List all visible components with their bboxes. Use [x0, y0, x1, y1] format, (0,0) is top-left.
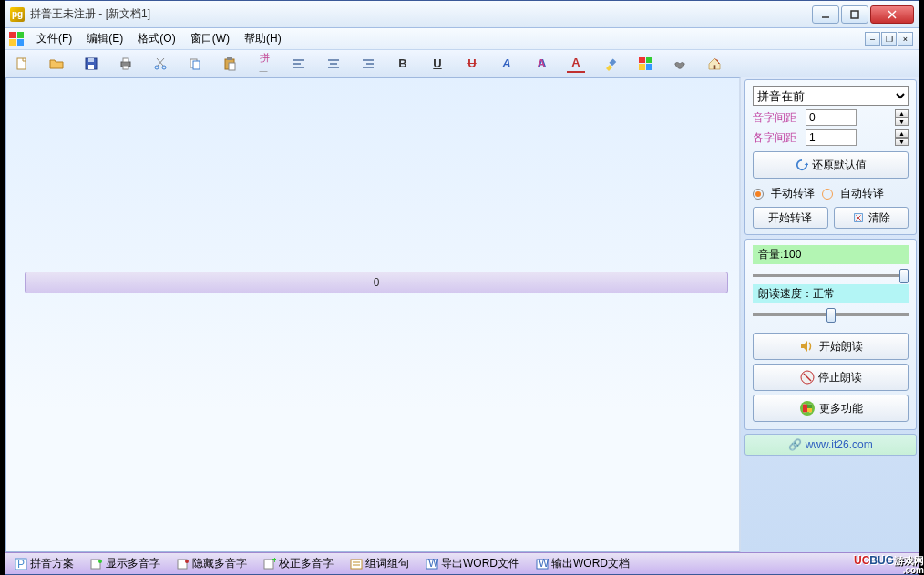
hide-polyphone-button[interactable]: 隐藏多音字 — [173, 554, 251, 573]
side-panel: 拼音在前 音字间距 ▲▼ 各字间距 ▲▼ 还原默认值 — [741, 77, 919, 552]
minimize-button[interactable] — [812, 5, 839, 24]
menu-help[interactable]: 帮助(H) — [237, 28, 289, 49]
underline-icon[interactable]: U — [428, 55, 447, 73]
cut-icon[interactable] — [151, 55, 169, 73]
svg-rect-18 — [227, 57, 232, 60]
ge-spacing-input[interactable] — [806, 129, 857, 146]
menubar: 文件(F) 编辑(E) 格式(O) 窗口(W) 帮助(H) – ❐ × — [5, 28, 919, 50]
volume-slider[interactable] — [753, 266, 909, 284]
highlight-icon[interactable] — [601, 55, 620, 73]
website-link[interactable]: www.it26.com — [806, 438, 873, 451]
paste-icon[interactable] — [221, 55, 239, 73]
color-grid-icon[interactable] — [636, 55, 654, 73]
yin-spacing-label: 音字间距 — [753, 110, 802, 126]
menu-edit[interactable]: 编辑(E) — [79, 28, 130, 49]
align-left-icon[interactable] — [290, 55, 308, 73]
svg-line-13 — [158, 58, 164, 66]
new-file-icon[interactable] — [13, 55, 31, 73]
font-color-icon[interactable]: A — [567, 55, 585, 73]
mdi-child-controls: – ❐ × — [865, 32, 913, 46]
stop-read-button[interactable]: 停止朗读 — [753, 364, 909, 391]
toolbar: 拼— B U U A A A — [5, 50, 919, 77]
align-center-icon[interactable] — [324, 55, 343, 73]
close-button[interactable] — [870, 5, 914, 24]
svg-point-40 — [98, 560, 102, 563]
start-translate-button[interactable]: 开始转译 — [753, 207, 828, 229]
yin-spacing-spinner[interactable]: ▲▼ — [895, 109, 909, 126]
svg-rect-10 — [123, 66, 128, 69]
save-icon[interactable] — [82, 55, 100, 73]
ge-spacing-label: 各字间距 — [753, 130, 802, 146]
app-grid-icon — [9, 32, 24, 46]
print-icon[interactable] — [117, 55, 135, 73]
ge-spacing-spinner[interactable]: ▲▼ — [895, 129, 909, 146]
child-close-button[interactable]: × — [898, 32, 913, 46]
audio-panel: 音量:100 朗读速度：正常 开始朗读 停止朗读 — [744, 239, 917, 430]
bold-icon[interactable]: B — [394, 55, 412, 73]
refresh-icon — [796, 159, 808, 171]
font-outline-icon[interactable]: A — [532, 55, 550, 73]
svg-rect-9 — [123, 58, 128, 62]
svg-rect-45 — [351, 560, 362, 569]
menu-format[interactable]: 格式(O) — [130, 28, 182, 49]
auto-translate-radio[interactable] — [822, 189, 833, 200]
svg-rect-30 — [714, 65, 716, 69]
svg-rect-16 — [193, 61, 200, 69]
svg-text:+: + — [272, 558, 276, 566]
titlebar: pg 拼普王未注册 - [新文档1] — [5, 1, 919, 28]
svg-point-12 — [162, 66, 166, 69]
svg-line-14 — [157, 58, 163, 66]
globe-icon: 🔗 — [788, 438, 802, 451]
app-icon: pg — [10, 7, 25, 22]
clear-icon — [852, 211, 865, 224]
pinyin-mode-select[interactable]: 拼音在前 — [753, 86, 909, 106]
editor-row-value: 0 — [374, 276, 380, 289]
italic-icon[interactable]: A — [498, 55, 516, 73]
maximize-button[interactable] — [841, 5, 868, 24]
yin-spacing-input[interactable] — [806, 109, 857, 126]
correct-polyphone-button[interactable]: +校正多音字 — [260, 554, 337, 573]
svg-point-42 — [185, 560, 189, 563]
svg-text:W: W — [539, 558, 549, 570]
pinyin-settings-panel: 拼音在前 音字间距 ▲▼ 各字间距 ▲▼ 还原默认值 — [744, 79, 917, 235]
open-folder-icon[interactable] — [47, 55, 66, 73]
svg-rect-6 — [88, 65, 94, 69]
svg-text:P: P — [17, 558, 25, 570]
handshake-icon[interactable] — [671, 55, 689, 73]
export-word-doc-button[interactable]: W输出WORD文档 — [532, 554, 633, 573]
editor-pinyin-row: 0 — [25, 272, 728, 293]
svg-rect-4 — [17, 58, 26, 69]
export-word-file-button[interactable]: W导出WORD文件 — [422, 554, 523, 573]
svg-rect-7 — [88, 58, 94, 62]
restore-default-button[interactable]: 还原默认值 — [753, 151, 909, 179]
more-functions-button[interactable]: 更多功能 — [753, 395, 909, 422]
clear-button[interactable]: 清除 — [834, 207, 909, 229]
copy-icon[interactable] — [186, 55, 204, 73]
workspace: 0 拼音在前 音字间距 ▲▼ 各字间距 ▲▼ — [5, 77, 919, 552]
manual-translate-radio[interactable] — [753, 189, 764, 200]
volume-label: 音量:100 — [753, 245, 909, 264]
start-read-button[interactable]: 开始朗读 — [753, 333, 909, 360]
child-minimize-button[interactable]: – — [865, 32, 880, 46]
main-window: pg 拼普王未注册 - [新文档1] 文件(F) 编辑(E) 格式(O) 窗口(… — [5, 0, 919, 575]
align-right-icon[interactable] — [359, 55, 377, 73]
svg-rect-1 — [851, 11, 858, 18]
home-icon[interactable] — [705, 55, 724, 73]
strike-icon[interactable]: U — [463, 55, 481, 73]
pinyin-scheme-button[interactable]: P拼音方案 — [11, 554, 77, 573]
website-panel: 🔗 www.it26.com — [744, 434, 917, 456]
child-restore-button[interactable]: ❐ — [881, 32, 897, 46]
word-sentence-button[interactable]: 组词组句 — [346, 554, 413, 573]
window-controls — [812, 5, 914, 24]
menu-window[interactable]: 窗口(W) — [183, 28, 237, 49]
menu-file[interactable]: 文件(F) — [29, 28, 79, 49]
speed-label: 朗读速度：正常 — [753, 284, 909, 303]
pinyin-mark-icon[interactable]: 拼— — [255, 55, 273, 73]
windows-icon — [799, 400, 816, 416]
speaker-icon — [799, 338, 816, 354]
translate-mode-radios: 手动转译 自动转译 — [753, 186, 909, 201]
window-title: 拼普王未注册 - [新文档1] — [30, 6, 150, 22]
show-polyphone-button[interactable]: 显示多音字 — [87, 554, 164, 573]
editor-area[interactable]: 0 — [5, 77, 741, 552]
speed-slider[interactable] — [753, 305, 909, 323]
